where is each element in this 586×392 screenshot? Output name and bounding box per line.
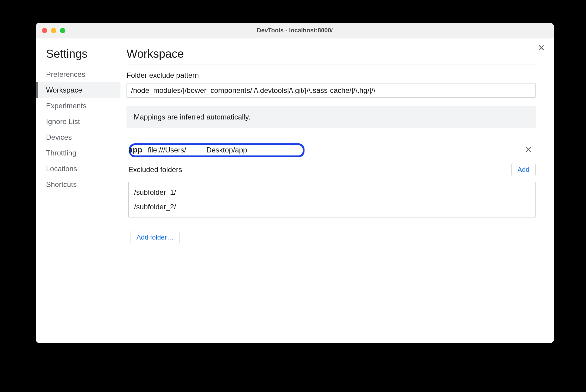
sidebar-item-ignore-list[interactable]: Ignore List — [36, 114, 120, 129]
sidebar-item-experiments[interactable]: Experiments — [36, 98, 120, 114]
workspace-folder-section: app file:///Users/ Desktop/app ✕ Exclude… — [127, 145, 536, 244]
settings-heading: Settings — [46, 47, 120, 60]
sidebar-item-preferences[interactable]: Preferences — [36, 67, 120, 82]
exclude-pattern-input[interactable] — [127, 83, 536, 98]
window-body: Settings Preferences Workspace Experimen… — [36, 38, 554, 343]
excluded-folders-label: Excluded folders — [128, 165, 182, 174]
info-banner: Mappings are inferred automatically. — [127, 106, 536, 128]
minimize-window-button[interactable] — [51, 28, 56, 33]
excluded-folders-list[interactable]: /subfolder_1/ /subfolder_2/ — [128, 182, 536, 217]
window-title: DevTools - localhost:8000/ — [36, 27, 554, 34]
folder-path-left: file:///Users/ — [148, 146, 186, 154]
devtools-window: DevTools - localhost:8000/ Settings Pref… — [36, 23, 554, 343]
exclude-pattern-label: Folder exclude pattern — [127, 71, 536, 80]
settings-content: ✕ Workspace Folder exclude pattern Mappi… — [120, 38, 554, 343]
list-item[interactable]: /subfolder_2/ — [129, 200, 535, 214]
settings-sidebar: Settings Preferences Workspace Experimen… — [36, 38, 120, 343]
sidebar-item-shortcuts[interactable]: Shortcuts — [36, 177, 120, 192]
add-folder-button[interactable]: Add folder… — [130, 231, 180, 244]
titlebar: DevTools - localhost:8000/ — [36, 23, 554, 38]
traffic-lights — [42, 28, 65, 33]
folder-name: app — [128, 145, 142, 155]
zoom-window-button[interactable] — [60, 28, 65, 33]
sidebar-item-workspace[interactable]: Workspace — [36, 82, 120, 98]
divider — [127, 138, 536, 138]
folder-path: file:///Users/ Desktop/app — [148, 146, 247, 154]
page-title: Workspace — [127, 47, 536, 60]
sidebar-item-devices[interactable]: Devices — [36, 129, 120, 145]
close-window-button[interactable] — [42, 28, 47, 33]
remove-folder-icon[interactable]: ✕ — [525, 145, 532, 154]
list-item[interactable]: /subfolder_1/ — [129, 185, 535, 200]
sidebar-item-locations[interactable]: Locations — [36, 161, 120, 177]
folder-path-right: Desktop/app — [206, 146, 247, 154]
folder-header: app file:///Users/ Desktop/app ✕ — [128, 145, 536, 155]
add-excluded-button[interactable]: Add — [511, 163, 536, 176]
sidebar-item-throttling[interactable]: Throttling — [36, 145, 120, 161]
excluded-folders-row: Excluded folders Add — [128, 163, 536, 176]
close-icon[interactable]: ✕ — [538, 44, 545, 52]
divider — [127, 64, 536, 64]
